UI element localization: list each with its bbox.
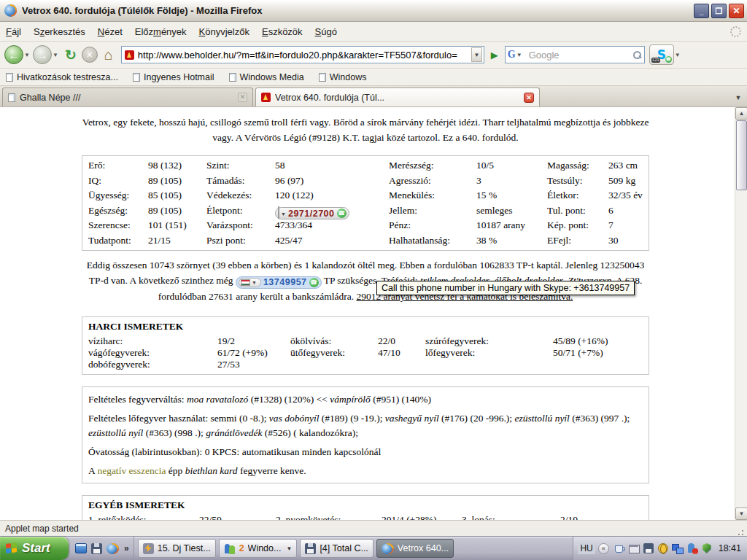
stat-cell: 6	[608, 203, 649, 219]
text-segment: vámpírölő	[330, 394, 371, 405]
tab-list-dropdown[interactable]: ▼	[732, 90, 745, 106]
other-skill-cell: 2/19	[560, 514, 649, 520]
menu-knyvjelzk[interactable]: Könyvjelzők	[199, 26, 249, 37]
forward-dropdown-caret[interactable]: ▼	[53, 52, 58, 58]
skype-call-icon[interactable]: ☎	[309, 278, 319, 287]
combat-skill-cell: dobófegyverek:	[88, 359, 217, 370]
stat-cell: IQ:	[88, 174, 148, 189]
combat-skill-cell: víziharc:	[88, 335, 217, 347]
language-indicator[interactable]: HU	[578, 542, 595, 554]
text-segment: (#1328) (120%) <<	[248, 394, 330, 405]
task-group-dropdown[interactable]: ▼	[286, 545, 292, 552]
shield-icon[interactable]	[701, 542, 713, 554]
menu-eszkzk[interactable]: Eszközök	[262, 26, 303, 37]
stat-cell: 425/47	[275, 233, 389, 249]
flag-dropdown-caret[interactable]: ▼	[281, 211, 286, 217]
skype-dropdown-caret[interactable]: ▼	[675, 52, 681, 58]
task-button-2[interactable]: [4] Total C...	[300, 539, 373, 558]
menu-sg[interactable]: Súgó	[315, 26, 337, 37]
quick-launch-overflow[interactable]: »	[124, 543, 129, 553]
bookmark-item-2[interactable]: Windows Media	[229, 72, 304, 82]
tray-chevron-icon[interactable]: «	[598, 543, 609, 554]
taskbar-clock: 18:41	[719, 543, 741, 553]
menu-elzmnyek[interactable]: Előzmények	[135, 26, 187, 37]
other-skill-cell: 2. nyomkövetés:	[276, 514, 382, 520]
combat-skill-cell	[553, 359, 649, 370]
tab-bar: Ghalla Népe ///✕Vetrox 640. fordulója (T…	[0, 86, 747, 107]
menu-bar: FájlSzerkesztésNézetElőzményekKönyvjelző…	[0, 22, 747, 42]
stat-cell: 30	[608, 233, 649, 249]
search-bar[interactable]: G ▼ Google	[505, 46, 645, 63]
java-icon[interactable]	[614, 542, 625, 554]
menu-szerkeszts[interactable]: Szerkesztés	[34, 26, 85, 37]
combat-skill-cell: 50/71 (+7%)	[553, 347, 649, 359]
globe-icon[interactable]	[657, 542, 669, 554]
scrollbar-thumb[interactable]	[736, 120, 747, 190]
back-button[interactable]: ←	[4, 45, 23, 64]
floppy-icon[interactable]	[91, 543, 102, 554]
text-segment: moa ravatalozó	[187, 394, 248, 405]
skype-call-icon[interactable]: ☎	[337, 209, 347, 218]
stat-cell: Egészség:	[88, 203, 148, 219]
essence-link[interactable]: negatív esszencia	[97, 465, 166, 476]
stat-cell: 58	[275, 158, 389, 174]
user-blocked-icon[interactable]	[686, 542, 698, 554]
stat-cell: Pszi pont:	[206, 233, 275, 249]
search-engine-dropdown[interactable]: ▼	[516, 52, 522, 58]
tab-close-icon[interactable]: ✕	[524, 93, 534, 103]
task-button-1[interactable]: 2Windo...▼	[219, 539, 298, 558]
stat-cell: Tudatpont:	[88, 233, 148, 249]
address-bar[interactable]: http://www.beholder.hu/?m=tf&in=fordulo2…	[121, 46, 484, 63]
bookmark-item-1[interactable]: Ingyenes Hotmail	[133, 72, 214, 82]
show-desktop-icon[interactable]	[75, 543, 87, 553]
tray-floppy[interactable]	[643, 542, 654, 554]
url-text[interactable]: http://www.beholder.hu/?m=tf&in=fordulo2…	[138, 50, 471, 61]
scroll-down-arrow[interactable]: ▼	[735, 508, 747, 520]
stat-cell: Merészség:	[389, 158, 476, 174]
firefox-window: Vetrox 640. fordulója (Túlélők Földje) -…	[0, 0, 747, 536]
task-button-0[interactable]: 15. Dj Tiest...	[138, 539, 216, 558]
bookmark-page-icon	[6, 73, 13, 82]
search-placeholder[interactable]: Google	[529, 50, 632, 61]
start-button[interactable]: Start	[0, 537, 69, 560]
reload-button[interactable]: ↻	[62, 45, 80, 64]
tab-1[interactable]: Vetrox 640. fordulója (Túl...✕	[255, 88, 540, 106]
tab-0[interactable]: Ghalla Népe ///✕	[2, 88, 253, 106]
stat-cell: semleges	[476, 203, 547, 219]
vertical-scrollbar[interactable]: ▲ ▼	[735, 107, 747, 520]
firefox-icon[interactable]	[107, 543, 119, 554]
flag-dropdown-caret[interactable]: ▼	[252, 275, 257, 290]
task-label: Vetrox 640...	[398, 543, 449, 553]
resize-grip[interactable]	[735, 527, 744, 536]
text-segment: (#189) (9 -19.);	[319, 413, 384, 424]
stat-cell: 120 (122)	[275, 188, 389, 203]
minimize-button[interactable]: _	[694, 4, 709, 18]
back-dropdown-caret[interactable]: ▼	[24, 52, 30, 58]
stat-cell: Halhatatlanság:	[389, 233, 476, 249]
scroll-up-arrow[interactable]: ▲	[735, 107, 747, 120]
network-icon[interactable]	[672, 542, 684, 554]
forward-button[interactable]: →	[33, 45, 52, 64]
menu-fjl[interactable]: Fájl	[6, 26, 21, 37]
skype-tp-widget[interactable]: ▼13749957☎	[236, 276, 322, 289]
winamp-icon	[143, 543, 154, 554]
close-button[interactable]: ✕	[729, 4, 744, 18]
bookmark-label: Hivatkozások testresza...	[17, 72, 118, 82]
stat-cell: Magasság:	[547, 158, 608, 174]
bookmark-item-0[interactable]: Hivatkozások testresza...	[6, 72, 118, 82]
tab-close-icon[interactable]: ✕	[238, 93, 247, 102]
url-history-dropdown[interactable]: ▼	[471, 47, 482, 62]
go-button[interactable]: ▶	[487, 46, 503, 63]
stat-cell: Szerencse:	[88, 218, 148, 233]
search-icon[interactable]	[632, 50, 642, 60]
other-skill-cell: 3. lopás:	[462, 514, 560, 520]
bookmark-item-3[interactable]: Windows	[319, 72, 367, 82]
conditional-line-3: A negatív esszencia épp biethlan kard fe…	[88, 464, 643, 478]
home-button[interactable]: ⌂	[100, 45, 117, 64]
skype-toolbar-button[interactable]: S 123 ☎	[649, 44, 674, 65]
minimized-window-icon[interactable]	[628, 542, 640, 554]
stop-button[interactable]: ✕	[81, 45, 98, 64]
task-button-3[interactable]: Vetrox 640...	[376, 539, 454, 558]
restore-button[interactable]: ❐	[711, 4, 727, 18]
menu-nzet[interactable]: Nézet	[98, 26, 123, 37]
